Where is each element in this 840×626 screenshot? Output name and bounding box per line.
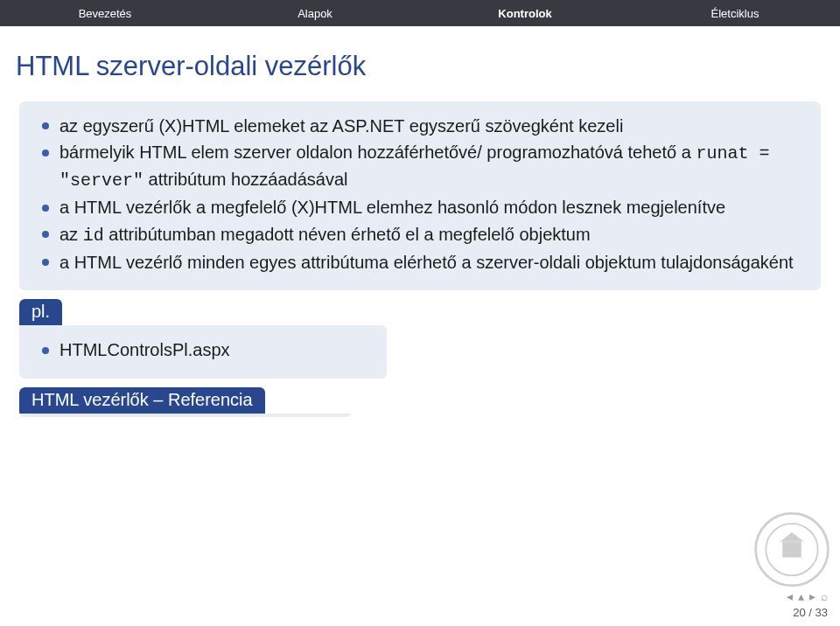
nav-tab-bevezetes[interactable]: Bevezetés: [0, 2, 210, 25]
bullet-item: az egyszerű (X)HTML elemeket az ASP.NET …: [42, 114, 805, 138]
nav-next-icon[interactable]: ▸: [809, 589, 816, 603]
university-seal-logo: [752, 508, 831, 591]
bullet-item: az id attribútumban megadott néven érhet…: [42, 222, 805, 248]
reference-block-title: HTML vezérlők – Referencia: [19, 387, 265, 414]
nav-up-icon[interactable]: ▴: [798, 589, 804, 603]
nav-tab-eletciklus[interactable]: Életciklus: [630, 2, 840, 25]
beamer-nav-icons: ◂ ▴ ▸ ⌕: [787, 589, 828, 603]
nav-tab-kontrolok[interactable]: Kontrolok: [420, 2, 630, 25]
page-counter: 20 / 33: [793, 606, 828, 619]
example-item: HTMLControlsPl.aspx: [42, 337, 371, 362]
example-block-title: pl.: [19, 299, 62, 325]
example-block: pl. HTMLControlsPl.aspx: [19, 299, 387, 378]
nav-tab-alapok[interactable]: Alapok: [210, 2, 420, 25]
nav-prev-icon[interactable]: ◂: [787, 589, 793, 603]
reference-block: HTML vezérlők – Referencia: [19, 387, 352, 417]
bullet-item: a HTML vezérlő minden egyes attribútuma …: [42, 250, 805, 275]
slide-title: HTML szerver-oldali vezérlők: [0, 26, 840, 101]
bullet-item: bármelyik HTML elem szerver oldalon hozz…: [42, 140, 805, 193]
bullet-item: a HTML vezérlők a megfelelő (X)HTML elem…: [42, 195, 805, 219]
top-navbar: Bevezetés Alapok Kontrolok Életciklus: [0, 0, 840, 26]
svg-rect-2: [782, 542, 802, 558]
nav-search-icon[interactable]: ⌕: [821, 589, 828, 603]
main-block: az egyszerű (X)HTML elemeket az ASP.NET …: [19, 101, 821, 290]
